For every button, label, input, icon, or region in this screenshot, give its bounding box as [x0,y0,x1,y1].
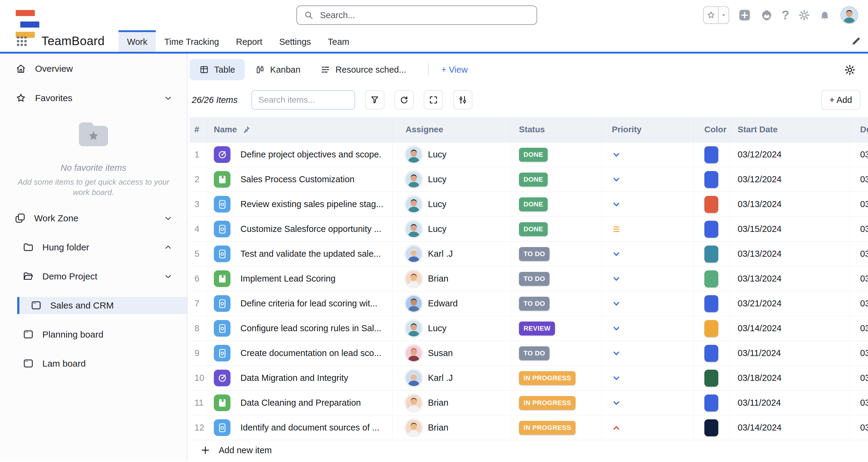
due-date-cell[interactable]: 03 [849,192,868,216]
app-launcher-icon[interactable] [16,35,28,48]
color-chip[interactable] [704,320,718,337]
item-name[interactable]: Define criteria for lead scoring wit... [241,298,377,309]
add-view-button[interactable]: + View [441,65,468,75]
color-cell[interactable] [694,341,730,366]
item-name-cell[interactable]: Review existing sales pipeline stag... [207,192,393,216]
assignee-cell[interactable]: Susan [393,341,511,366]
status-badge[interactable]: TO DO [519,247,550,261]
start-date-cell[interactable]: 03/14/2024 [730,316,849,341]
product-logo-icon[interactable] [760,8,773,22]
due-date-cell[interactable]: 03 [849,217,868,241]
start-date-cell[interactable]: 03/13/2024 [730,192,849,216]
table-row[interactable]: 3Review existing sales pipeline stag... … [190,192,868,217]
status-badge[interactable]: REVIEW [519,321,555,336]
status-cell[interactable]: IN PROGRESS [511,366,601,390]
due-date-cell[interactable]: 03 [849,241,868,266]
chevron-down-icon[interactable] [164,272,173,281]
priority-down-icon[interactable] [612,200,621,209]
color-cell[interactable] [694,291,730,316]
start-date-cell[interactable]: 03/11/2024 [730,341,849,366]
priority-up-icon[interactable] [612,423,621,432]
priority-down-icon[interactable] [612,398,621,407]
filter-button[interactable] [365,90,384,110]
sidebar-item-lam-board[interactable]: Lam board [0,355,187,372]
status-badge[interactable]: TO DO [519,272,550,286]
chevron-down-icon[interactable] [164,93,173,103]
color-chip[interactable] [704,146,718,163]
color-cell[interactable] [694,391,730,415]
item-name-cell[interactable]: Define criteria for lead scoring wit... [207,291,393,316]
status-badge[interactable]: TO DO [519,297,550,311]
item-name-cell[interactable]: Data Cleaning and Preparation [207,391,393,415]
item-name[interactable]: Data Cleaning and Preparation [241,398,361,408]
caret-down-icon[interactable] [720,12,727,19]
assignee-cell[interactable]: Lucy [393,217,511,241]
status-badge[interactable]: IN PROGRESS [519,396,576,410]
nav-tab-time-tracking[interactable]: Time Tracking [156,30,227,52]
settings-gear-icon[interactable] [798,9,810,21]
status-badge[interactable]: IN PROGRESS [519,371,576,385]
assignee-cell[interactable]: Brian [393,266,511,291]
priority-cell[interactable] [601,167,694,192]
view-tab-kanban[interactable]: Kanban [246,59,310,80]
priority-down-icon[interactable] [612,324,621,333]
items-search[interactable] [251,90,355,110]
assignee-cell[interactable]: Karl .J [393,366,511,390]
column-header-name[interactable]: Name [207,117,393,142]
sidebar-item-favorites[interactable]: Favorites [0,90,187,106]
sidebar-item-hung-folder[interactable]: Hung folder [0,239,187,256]
item-name[interactable]: Sales Process Customization [241,174,354,184]
item-name-cell[interactable]: Customize Salesforce opportunity ... [207,217,393,241]
item-name-cell[interactable]: Identify and document sources of ... [207,415,393,440]
due-date-cell[interactable]: 03 [849,415,868,440]
start-date-cell[interactable]: 03/11/2024 [730,391,849,415]
color-chip[interactable] [704,295,718,312]
item-name[interactable]: Review existing sales pipeline stag... [241,199,383,209]
table-row[interactable]: 7Define criteria for lead scoring wit...… [190,291,868,316]
color-cell[interactable] [694,217,730,241]
column-header-[interactable]: # [190,117,207,142]
priority-down-icon[interactable] [612,349,621,358]
nav-tab-team[interactable]: Team [319,30,358,52]
nav-tab-work[interactable]: Work [119,30,156,52]
global-search-input[interactable] [319,10,530,21]
refresh-button[interactable] [394,90,414,110]
priority-cell[interactable] [601,316,694,341]
add-new-item-row[interactable]: Add new item [190,440,868,460]
priority-down-icon[interactable] [612,299,621,308]
column-header-start-date[interactable]: Start Date [730,117,849,142]
item-name-cell[interactable]: Define project objectives and scope. [207,142,393,167]
color-chip[interactable] [704,196,718,213]
column-header-du[interactable]: Du [849,117,868,142]
favorite-star-button[interactable] [703,6,729,24]
priority-down-icon[interactable] [612,150,621,159]
color-cell[interactable] [694,142,730,167]
start-date-cell[interactable]: 03/18/2024 [730,366,849,390]
user-avatar[interactable] [840,6,858,24]
sidebar-item-sales-and-crm[interactable]: Sales and CRM [17,297,187,314]
edit-pencil-icon[interactable] [850,36,861,47]
nav-tab-report[interactable]: Report [227,30,271,52]
start-date-cell[interactable]: 03/13/2024 [730,241,849,266]
color-cell[interactable] [694,266,730,291]
status-badge[interactable]: DONE [519,173,548,186]
view-tab-resource-sched[interactable]: Resource sched... [311,59,416,80]
column-header-assignee[interactable]: Assignee [393,117,511,142]
status-cell[interactable]: DONE [511,142,601,167]
nav-tab-settings[interactable]: Settings [271,30,319,52]
assignee-cell[interactable]: Lucy [393,316,511,341]
priority-cell[interactable] [601,341,694,366]
item-name[interactable]: Customize Salesforce opportunity ... [241,224,381,234]
status-cell[interactable]: IN PROGRESS [511,391,601,415]
status-badge[interactable]: TO DO [519,346,550,360]
help-icon[interactable]: ? [781,8,789,22]
due-date-cell[interactable]: 03 [849,316,868,341]
table-row[interactable]: 6Implement Lead Scoring BrianTO DO03/13/… [190,266,868,291]
table-row[interactable]: 2Sales Process Customization LucyDONE03/… [190,167,868,192]
color-cell[interactable] [694,316,730,341]
due-date-cell[interactable]: 03 [849,391,868,415]
table-row[interactable]: 10Data Migration and Integrity Karl .JIN… [190,366,868,391]
assignee-cell[interactable]: Brian [393,391,511,415]
item-name-cell[interactable]: Create documentation on lead sco... [207,341,393,366]
pin-icon[interactable] [242,125,251,134]
